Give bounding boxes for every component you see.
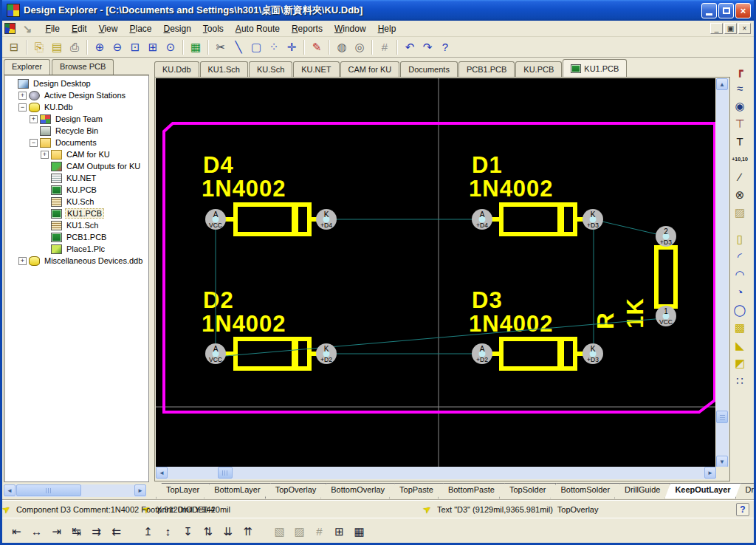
print-icon[interactable]: ⎙ — [66, 39, 83, 55]
layer-tab-bottomoverlay[interactable]: BottomOverlay — [320, 483, 395, 498]
arc-by-edge-icon[interactable]: ◜ — [730, 248, 749, 266]
layer-tab-topsolder[interactable]: TopSolder — [499, 483, 557, 498]
tree-item-place1-plc[interactable]: Place1.Plc — [6, 243, 148, 255]
zoom-point-icon[interactable]: ⊙ — [162, 39, 179, 55]
tree-item-ku1-pcb[interactable]: KU1.PCB — [6, 208, 148, 219]
zoom-window-icon[interactable]: ⊡ — [126, 39, 144, 55]
menu-place[interactable]: Place — [123, 22, 157, 35]
redo-icon[interactable]: ↷ — [419, 39, 436, 55]
expand-icon[interactable]: + — [41, 151, 49, 159]
save-document-icon[interactable]: ▤ — [48, 39, 66, 55]
help-icon[interactable]: ? — [436, 39, 454, 55]
menu-view[interactable]: View — [93, 22, 124, 35]
undo-icon[interactable]: ↶ — [401, 39, 419, 55]
expand-icon[interactable]: + — [30, 115, 38, 123]
zoom-out-icon[interactable]: ⊖ — [109, 39, 126, 55]
paste-array-icon[interactable]: ∷ — [730, 372, 749, 390]
comment-D2[interactable]: 1N4002 — [202, 311, 286, 337]
comment-D1[interactable]: 1N4002 — [469, 176, 554, 202]
document-tab-cam-for-ku[interactable]: CAM for KU — [340, 61, 400, 77]
close-button[interactable]: × — [735, 3, 751, 18]
split-plane-icon[interactable]: ◩ — [730, 354, 749, 372]
arc-any-angle-icon[interactable]: ◔ — [730, 284, 749, 301]
layer-tab-bottomlayer[interactable]: BottomLayer — [204, 483, 270, 498]
zoom-document-icon[interactable]: ⊞ — [144, 39, 162, 55]
full-circle-icon[interactable]: ◯ — [730, 301, 749, 319]
decrease-vertical-spacing-button[interactable]: ⇈ — [238, 523, 258, 541]
layer-tab-bottomsolder[interactable]: BottomSolder — [550, 483, 620, 498]
select-area-icon[interactable]: ▢ — [247, 39, 265, 55]
explorer-horizontal-scrollbar[interactable]: ◄ ► — [4, 484, 146, 497]
scroll-right-button[interactable]: ► — [134, 484, 146, 496]
designator-D3[interactable]: D3 — [472, 287, 503, 313]
menu-tools[interactable]: Tools — [197, 22, 230, 35]
comment-D3[interactable]: 1N4002 — [469, 311, 554, 337]
layer-tab-keepoutlayer[interactable]: KeepOutLayer — [664, 483, 740, 498]
zoom-in-icon[interactable]: ⊕ — [91, 39, 109, 55]
place-fill-hatched-icon[interactable]: ▨ — [730, 204, 749, 222]
menu-help[interactable]: Help — [372, 22, 402, 35]
board-in-window-icon[interactable]: ▦ — [187, 39, 205, 55]
scroll-left-button[interactable]: ◄ — [156, 467, 168, 479]
forward-arrow-icon[interactable]: ↘ — [23, 22, 32, 35]
arc-by-center-icon[interactable]: ◠ — [730, 266, 749, 284]
placement-wizard-button[interactable]: ▦ — [349, 523, 369, 541]
mdi-restore-button[interactable]: ▣ — [724, 23, 737, 34]
tree-item-ku-net[interactable]: KU.NET — [6, 172, 148, 184]
place-component-icon[interactable]: ▯ — [730, 230, 749, 248]
expand-icon[interactable]: + — [18, 92, 27, 100]
tree-item-ku-ddb[interactable]: −KU.Ddb — [6, 101, 148, 113]
layer-tab-bottompaste[interactable]: BottomPaste — [438, 483, 505, 498]
increase-horizontal-spacing-button[interactable]: ⇉ — [86, 523, 106, 541]
polygon-plane-icon[interactable]: ◣ — [730, 337, 749, 354]
center-horizontal-button[interactable]: ↔ — [27, 523, 47, 541]
move-component-icon[interactable]: ✛ — [283, 39, 300, 55]
designator-R[interactable]: R — [593, 312, 619, 329]
document-tab-ku-net[interactable]: KU.NET — [293, 61, 339, 77]
layer-tab-toppaste[interactable]: TopPaste — [389, 483, 444, 498]
comment-R[interactable]: 1K — [622, 298, 648, 329]
document-tab-pcb1-pcb[interactable]: PCB1.PCB — [458, 61, 515, 77]
scrollbar-thumb[interactable] — [716, 411, 728, 423]
tree-item-cam-outputs-for-ku[interactable]: CAM Outputs for KU — [6, 160, 148, 172]
panel-tab-explorer[interactable]: Explorer — [4, 59, 50, 75]
scroll-right-button[interactable]: ► — [704, 467, 716, 479]
explorer-panel-toggle-icon[interactable]: ⊟ — [5, 39, 23, 55]
tree-item-design-desktop[interactable]: Design Desktop — [6, 78, 148, 89]
scrollbar-track[interactable] — [156, 467, 716, 479]
collapse-icon[interactable]: − — [30, 139, 38, 147]
menu-file[interactable]: File — [40, 22, 66, 35]
document-tab-ku1-pcb[interactable]: KU1.PCB — [563, 59, 627, 77]
panel-tab-browse-pcb[interactable]: Browse PCB — [52, 59, 114, 75]
designator-D2[interactable]: D2 — [203, 287, 234, 313]
pcb-canvas[interactable]: D41N4002D11N4002D21N4002D31N4002R1KAVCCK… — [156, 78, 715, 467]
place-line-icon[interactable]: ╲ — [230, 39, 247, 55]
layer-tab-drillguide[interactable]: DrillGuide — [614, 483, 670, 498]
interactive-routing-icon[interactable]: ┏ — [730, 62, 749, 80]
comment-D4[interactable]: 1N4002 — [202, 176, 286, 202]
wand-icon[interactable]: ✎ — [308, 39, 326, 55]
center-vertical-button[interactable]: ↕ — [158, 523, 178, 541]
stack-components-button[interactable]: ⊞ — [329, 523, 349, 541]
tree-item-miscellaneous-devices-ddb[interactable]: +Miscellaneous Devices.ddb — [6, 255, 148, 267]
tree-item-ku-pcb[interactable]: KU.PCB — [6, 184, 148, 196]
design-tree[interactable]: Design Desktop+Active Design Stations−KU… — [4, 75, 149, 482]
place-coordinate-icon[interactable]: +10,10 — [730, 151, 749, 168]
equal-vertical-spacing-button[interactable]: ⇅ — [198, 523, 218, 541]
align-bottom-button[interactable]: ↧ — [178, 523, 198, 541]
place-keepout-icon[interactable]: ⊗ — [730, 186, 749, 204]
tree-item-ku1-sch[interactable]: KU1.Sch — [6, 219, 148, 231]
hide-nets-icon[interactable]: ◎ — [351, 39, 368, 55]
layer-tab-toplayer[interactable]: TopLayer — [156, 483, 210, 498]
mdi-minimize-button[interactable]: _ — [710, 23, 723, 34]
tree-item-documents[interactable]: −Documents — [6, 137, 148, 148]
tree-item-design-team[interactable]: +Design Team — [6, 113, 148, 125]
grid-toggle-icon[interactable]: # — [376, 39, 394, 55]
slice-tracks-icon[interactable]: ✂ — [212, 39, 230, 55]
tree-item-ku-sch[interactable]: KU.Sch — [6, 196, 148, 208]
move-selection-icon[interactable]: ⁘ — [265, 39, 283, 55]
designator-D1[interactable]: D1 — [472, 152, 503, 178]
align-top-button[interactable]: ↥ — [138, 523, 158, 541]
menu-window[interactable]: Window — [329, 22, 372, 35]
menu-edit[interactable]: Edit — [66, 22, 93, 35]
